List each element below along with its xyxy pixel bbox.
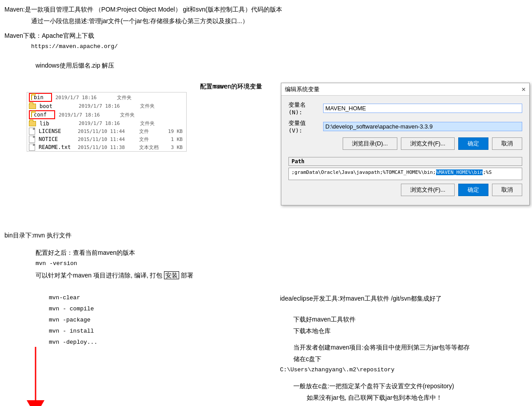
- config-line3: 可以针对某个maven 项目进行清除, 编译, 打包 安装 部署: [36, 270, 528, 280]
- red-arrow-svg: [13, 347, 58, 406]
- path-value: ;gramData\Oracle\Java\javapath;%TOMCAT_H…: [288, 168, 522, 180]
- file-name-lib: lib: [40, 121, 75, 127]
- header-line3: Maven下载：Apache官网上下载: [4, 31, 528, 40]
- config-line1: 配置好之后：查看当前maven的版本: [36, 248, 528, 257]
- browse-dir-button[interactable]: 浏览目录(D)...: [343, 137, 397, 150]
- config-section: 配置好之后：查看当前maven的版本 mvn -version 可以针对某个ma…: [4, 248, 528, 281]
- ok-button2[interactable]: 确定: [458, 184, 488, 196]
- file-name-readme: README.txt: [39, 144, 74, 150]
- var-name-label: 变量名(N):: [288, 101, 320, 116]
- var-value-label: 变量值(V):: [288, 119, 320, 134]
- file-row-conf[interactable]: conf 2019/1/7 18:16 文件夹: [27, 110, 186, 120]
- file-date-readme: 2015/11/10 11:38: [78, 145, 136, 150]
- arrow-section: maven的配置目录 conf: [4, 374, 528, 406]
- folder-icon-lib: [29, 121, 36, 126]
- path-label: Path: [288, 157, 522, 166]
- file-date-lib: 2019/1/7 18:16: [79, 121, 136, 126]
- header-line1: Maven:是一款项目管理工具软件 （POM:Project Object Mo…: [4, 4, 528, 14]
- doc-icon-readme: [29, 144, 35, 151]
- folder-icon-conf: [31, 112, 32, 117]
- file-explorer: bin 2019/1/7 18:16 文件夹 boot 2019/1/7 18:…: [27, 92, 187, 152]
- path-text-before: ;gramData\Oracle\Java\javapath;%TOMCAT_H…: [292, 169, 436, 175]
- file-row-lib[interactable]: lib 2019/1/7 18:16 文件夹: [27, 120, 186, 127]
- file-date-bin: 2019/1/7 18:16: [56, 95, 113, 100]
- var-value-input[interactable]: [323, 122, 522, 131]
- file-name-boot: boot: [40, 103, 75, 109]
- file-size-readme: 3 KB: [165, 145, 183, 150]
- system-variable-dialog: 编辑系统变量 × 变量名(N): 变量值(V): 浏览目录(D)... 浏览文件…: [281, 83, 530, 205]
- folder-icon-bin: [31, 95, 32, 100]
- file-row-license[interactable]: LICENSE 2015/11/10 11:44 文件 19 KB: [27, 127, 186, 135]
- right-line3: 下载本地仓库: [280, 326, 470, 336]
- path-text-highlighted: %MAVEN_HOME%\bin: [436, 169, 483, 175]
- file-type-license: 文件: [139, 128, 161, 135]
- file-type-boot: 文件夹: [140, 103, 162, 109]
- config-line3-part1: 可以针对某个maven 项目进行清除, 编译, 打包: [36, 272, 162, 279]
- svg-marker-1: [27, 400, 44, 406]
- header-line2: 通过一小段信息描述:管理jar文件(一个jar包:存储很多核心第三方类以及接口.…: [4, 16, 528, 26]
- dialog-title: 编辑系统变量: [285, 85, 320, 93]
- env-section-label-abs: 配置maven的环境变量: [200, 83, 262, 91]
- file-size-license: 19 KB: [165, 129, 183, 134]
- cancel-button2[interactable]: 取消: [492, 184, 522, 196]
- file-row-bin[interactable]: bin 2019/1/7 18:16 文件夹: [27, 92, 186, 102]
- file-type-bin: 文件夹: [117, 94, 139, 101]
- cancel-button[interactable]: 取消: [492, 137, 522, 150]
- doc-icon-notice: [29, 136, 35, 143]
- path-text-after: ;%S: [483, 169, 492, 175]
- file-row-notice[interactable]: NOTICE 2015/11/10 11:44 文件 1 KB: [27, 135, 186, 143]
- ok-button[interactable]: 确定: [458, 137, 488, 150]
- config-line3-part2: 部署: [181, 272, 193, 279]
- right-line2: 下载好maven工具软件: [280, 314, 470, 324]
- right-line4: 当开发者创建maven项目:会将项目中使用到第三方jar包等等都存: [280, 342, 470, 352]
- file-date-conf: 2019/1/7 18:16: [59, 112, 116, 118]
- config-line2: mvn -version: [36, 259, 528, 269]
- file-date-notice: 2015/11/10 11:44: [78, 137, 136, 142]
- file-date-boot: 2019/1/7 18:16: [79, 103, 136, 109]
- var-name-input[interactable]: [323, 104, 522, 113]
- file-type-conf: 文件夹: [120, 112, 142, 118]
- dialog-close-button[interactable]: ×: [521, 85, 526, 93]
- file-row-readme[interactable]: README.txt 2015/11/10 11:38 文本文档 3 KB: [27, 143, 186, 151]
- browse-file-button[interactable]: 浏览文件(F)...: [401, 137, 455, 150]
- file-date-license: 2015/11/10 11:44: [78, 129, 136, 134]
- browse-file-button2[interactable]: 浏览文件(F)...: [401, 184, 455, 196]
- header-line4: https://maven.apache.org/: [4, 42, 528, 52]
- windows-label: windows使用后缀名.zip 解压: [4, 60, 528, 70]
- file-name-license: LICENSE: [39, 128, 74, 134]
- bin-section-label: bin目录下:mvn 执行文件: [4, 230, 528, 240]
- file-type-readme: 文本文档: [139, 144, 161, 151]
- commands-section: mvn-clear mvn - compile mvn -package mvn…: [4, 293, 528, 365]
- right-line5: 储在c盘下: [280, 354, 470, 364]
- file-size-notice: 1 KB: [165, 137, 183, 142]
- folder-icon-boot: [29, 104, 36, 109]
- file-row-boot[interactable]: boot 2019/1/7 18:16 文件夹: [27, 102, 186, 110]
- doc-icon-license: [29, 128, 35, 135]
- config-line3-boxed: 安装: [164, 271, 179, 279]
- file-type-notice: 文件: [139, 136, 161, 143]
- file-type-lib: 文件夹: [140, 120, 162, 127]
- right-line1: idea/eclipse开发工具:对maven工具软件 /git/svn都集成好…: [280, 293, 470, 303]
- file-name-notice: NOTICE: [39, 136, 74, 142]
